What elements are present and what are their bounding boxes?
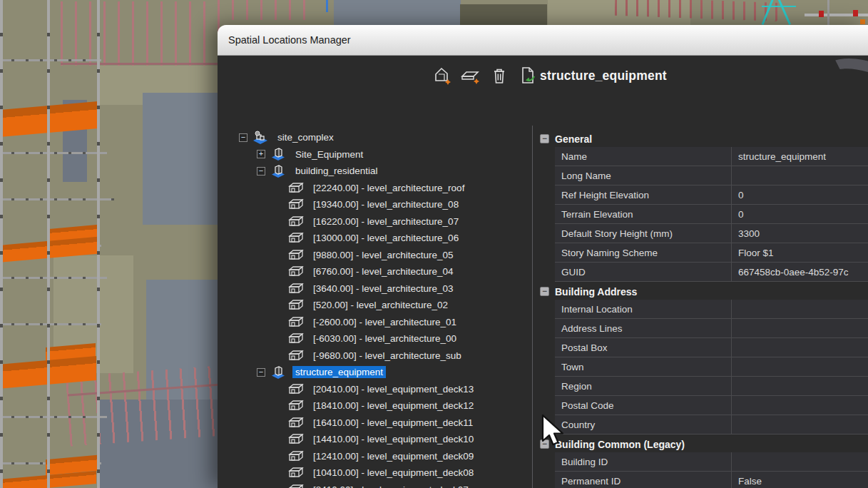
property-value[interactable]: False: [732, 472, 868, 488]
spatial-tree: −site_complex+Site_Equipment−building_re…: [233, 129, 531, 488]
property-label: Country: [555, 415, 732, 434]
dialog-title: Spatial Locations Manager: [228, 34, 351, 46]
tree-item-label[interactable]: site_complex: [275, 131, 337, 143]
section-title: Building Common (Legacy): [555, 439, 685, 450]
tree-item[interactable]: [13000.00] - level_architecture_06: [233, 230, 531, 247]
tree-item-label-selected[interactable]: structure_equipment: [292, 366, 386, 378]
tree-item[interactable]: −site_complex: [233, 129, 531, 146]
import-document-icon: [519, 66, 537, 88]
property-label: Postal Code: [555, 396, 732, 415]
tree-item[interactable]: −building_residential: [233, 163, 531, 180]
tree-item-label[interactable]: [-2600.00] - level_architecture_01: [310, 316, 459, 328]
tree-item[interactable]: [12410.00] - level_equipment_deck09: [233, 448, 531, 465]
property-value[interactable]: [732, 377, 868, 395]
property-value[interactable]: [732, 319, 868, 337]
add-story-button[interactable]: [460, 66, 481, 88]
property-row: Postal Code: [555, 396, 868, 415]
property-section-header[interactable]: −Building Common (Legacy): [538, 436, 868, 452]
delete-button[interactable]: [489, 66, 510, 88]
tree-item-label[interactable]: [20410.00] - level_equipment_deck13: [310, 383, 476, 395]
property-value[interactable]: 667458cb-0aee-4b52-97c: [732, 263, 868, 281]
collapse-toggle-icon[interactable]: −: [257, 368, 265, 377]
add-building-button[interactable]: [432, 66, 453, 88]
section-collapse-icon[interactable]: −: [540, 134, 549, 143]
tree-item[interactable]: [520.00] - level_architecture_02: [233, 297, 531, 314]
tree-item-label[interactable]: [-9680.00] - level_architecture_sub: [310, 350, 464, 362]
import-stories-button[interactable]: [517, 66, 538, 88]
tree-item[interactable]: [19340.00] - level_architecture_08: [233, 196, 531, 213]
tree-item-label[interactable]: [-6030.00] - level_architecture_00: [310, 332, 459, 345]
section-collapse-icon[interactable]: −: [540, 287, 549, 296]
property-section-header[interactable]: −General: [538, 131, 868, 147]
tree-item-label[interactable]: [9880.00] - level_architecture_05: [310, 249, 456, 261]
brand-swoosh-logo: [815, 56, 868, 123]
tree-item-label[interactable]: [13000.00] - level_architecture_06: [310, 232, 461, 244]
property-row: Address Lines: [555, 319, 868, 338]
level-icon: [287, 383, 305, 395]
property-value[interactable]: 3300: [732, 224, 868, 243]
scene-shape: [0, 323, 101, 325]
level-icon: [287, 265, 305, 278]
scene-shape: [326, 0, 328, 12]
property-value[interactable]: 0: [732, 205, 868, 223]
tree-item[interactable]: −structure_equipment: [233, 364, 531, 381]
tree-item-label[interactable]: [22240.00] - level_architecture_roof: [310, 182, 467, 194]
level-icon: [287, 417, 305, 429]
property-value[interactable]: [732, 396, 868, 415]
tree-item[interactable]: [8410.00] - level_equipment_deck07: [233, 482, 531, 488]
properties-panel: −GeneralNamestructure_equipmentLong Name…: [538, 129, 868, 488]
scene-shape: [143, 93, 219, 225]
tree-item-label[interactable]: [14410.00] - level_equipment_deck10: [310, 433, 476, 445]
tree-item-label[interactable]: [3640.00] - level_architecture_03: [310, 283, 456, 295]
property-value[interactable]: 0: [732, 185, 868, 204]
tree-item-label[interactable]: [18410.00] - level_equipment_deck12: [310, 400, 476, 412]
property-row: Permanent IDFalse: [555, 472, 868, 488]
property-value[interactable]: [732, 166, 868, 185]
tree-item[interactable]: [14410.00] - level_equipment_deck10: [233, 431, 531, 448]
tree-item[interactable]: [-2600.00] - level_architecture_01: [233, 314, 531, 331]
property-value[interactable]: [732, 338, 868, 357]
tree-item-label[interactable]: building_residential: [292, 165, 381, 177]
collapse-toggle-icon[interactable]: −: [239, 133, 247, 142]
property-row: Namestructure_equipment: [555, 147, 868, 166]
tree-item-label[interactable]: [8410.00] - level_equipment_deck07: [310, 484, 471, 488]
dialog-titlebar[interactable]: Spatial Locations Manager: [218, 25, 868, 56]
tree-item[interactable]: [6760.00] - level_architecture_04: [233, 263, 531, 280]
tree-item-label[interactable]: [16410.00] - level_equipment_deck11: [310, 417, 476, 429]
section-collapse-icon[interactable]: −: [540, 439, 549, 449]
tree-item-label[interactable]: Site_Equipment: [292, 148, 366, 161]
tree-item[interactable]: [10410.00] - level_equipment_deck08: [233, 464, 531, 482]
tree-item[interactable]: [18410.00] - level_equipment_deck12: [233, 397, 531, 415]
dialog-toolbar: [432, 66, 538, 88]
property-value[interactable]: Floor $1: [732, 243, 868, 262]
collapse-toggle-icon[interactable]: −: [257, 167, 265, 176]
site-icon: [252, 131, 269, 145]
property-value[interactable]: [732, 357, 868, 376]
tree-item[interactable]: [-6030.00] - level_architecture_00: [233, 330, 531, 347]
tree-item[interactable]: [16220.00] - level_architecture_07: [233, 213, 531, 230]
tree-item-label[interactable]: [520.00] - level_architecture_02: [310, 299, 451, 311]
property-label: Terrain Elevation: [555, 205, 732, 223]
tree-item[interactable]: [22240.00] - level_architecture_roof: [233, 180, 531, 197]
scene-shape: [218, 0, 310, 20]
tree-item[interactable]: [9880.00] - level_architecture_05: [233, 247, 531, 264]
tree-item[interactable]: [-9680.00] - level_architecture_sub: [233, 347, 531, 365]
spatial-locations-manager-dialog: Spatial Locations Manager: [218, 25, 868, 488]
property-value[interactable]: [732, 415, 868, 434]
tree-item[interactable]: [16410.00] - level_equipment_deck11: [233, 415, 531, 432]
tree-item[interactable]: +Site_Equipment: [233, 146, 531, 163]
tree-item-label[interactable]: [12410.00] - level_equipment_deck09: [310, 450, 476, 462]
tree-item[interactable]: [3640.00] - level_architecture_03: [233, 280, 531, 298]
tree-item[interactable]: [20410.00] - level_equipment_deck13: [233, 381, 531, 398]
tree-item-label[interactable]: [6760.00] - level_architecture_04: [310, 265, 456, 278]
tree-item-label[interactable]: [19340.00] - level_architecture_08: [310, 198, 461, 210]
property-value[interactable]: [732, 300, 868, 318]
tree-item-label[interactable]: [10410.00] - level_equipment_deck08: [310, 467, 476, 479]
level-icon: [287, 332, 305, 345]
level-icon: [287, 400, 305, 412]
expand-toggle-icon[interactable]: +: [257, 150, 265, 158]
property-section-header[interactable]: −Building Address: [538, 283, 868, 300]
property-value[interactable]: structure_equipment: [732, 147, 868, 166]
property-value[interactable]: [732, 452, 868, 471]
tree-item-label[interactable]: [16220.00] - level_architecture_07: [310, 215, 461, 228]
